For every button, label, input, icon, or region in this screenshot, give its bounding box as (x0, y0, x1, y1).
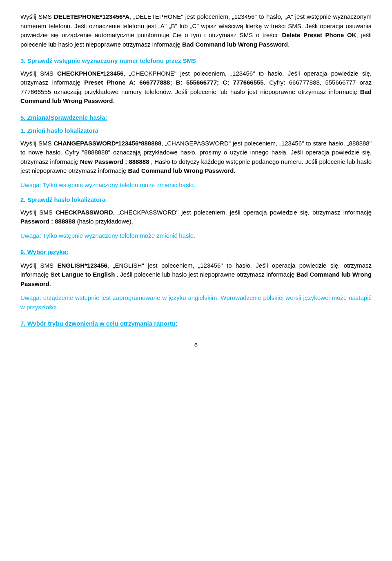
section5-item1-label: 1. Zmień hasło lokalizatora (20, 126, 372, 136)
section6-paragraph: Wyślij SMS ENGLISH*123456, „ENGLISH" jes… (20, 261, 372, 289)
section5-item1-note: Uwaga: Tylko wstępnie wyznaczony telefon… (20, 181, 372, 190)
section5-item2-note: Uwaga: Tylko wstępnie wyznaczony telefon… (20, 231, 372, 241)
page-number: 6 (20, 341, 372, 350)
section6-title: 6. Wybór języka: (20, 248, 372, 257)
intro-paragraph: Wyślij SMS DELETEPHONE*123456*A, „DELETE… (20, 12, 372, 49)
section3-paragraph: Wyślij SMS CHECKPHONE*123456, „CHECKPHON… (20, 69, 372, 106)
section5-item1-paragraph: Wyślij SMS CHANGEPASSWORD*123456*888888,… (20, 139, 372, 176)
section7-title: 7. Wybór trybu dzwonienia w celu otrzyma… (20, 319, 372, 329)
section5-item2-paragraph: Wyślij SMS CHECKPASSWORD, „CHECKPASSWORD… (20, 208, 372, 226)
section5-title: 5. Zmiana/Sprawdzenie hasła: (20, 113, 372, 123)
section5-item2-label: 2. Sprawdź hasło lokalizatora (20, 195, 372, 205)
section3-heading: 3. Sprawdź wstępnie wyznaczony numer tel… (20, 56, 372, 66)
section6-note: Uwaga: urządzenie wstępnie jest zaprogra… (20, 293, 372, 312)
